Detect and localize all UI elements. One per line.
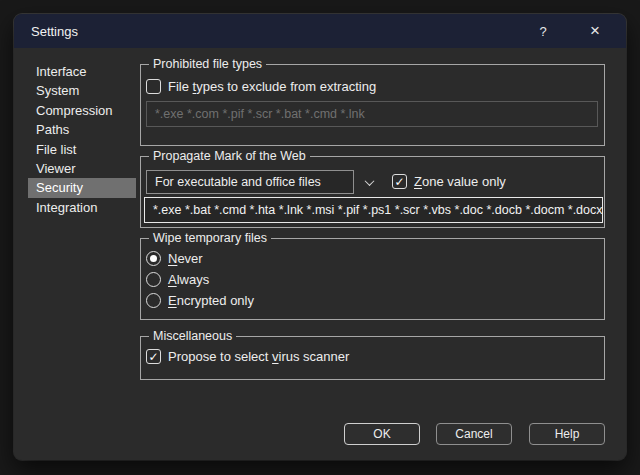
settings-dialog: Settings ? × Interface System Compressio… (14, 14, 626, 460)
sidebar-item-interface[interactable]: Interface (28, 62, 136, 81)
checkbox-box[interactable]: ✓ (146, 79, 161, 94)
radio-label[interactable]: Encrypted only (168, 293, 254, 308)
radio-label[interactable]: Never (168, 251, 203, 266)
titlebar[interactable]: Settings ? × (14, 14, 626, 48)
sidebar-item-paths[interactable]: Paths (28, 120, 136, 139)
sidebar-item-integration[interactable]: Integration (28, 198, 136, 217)
group-title: Wipe temporary files (149, 231, 271, 246)
radio-circle[interactable] (146, 251, 161, 266)
group-title: Prohibited file types (149, 57, 266, 72)
motw-extensions-input[interactable]: *.exe *.bat *.cmd *.hta *.lnk *.msi *.pi… (144, 197, 603, 223)
wipe-option-always[interactable]: Always (146, 272, 209, 287)
chevron-down-icon (364, 176, 374, 186)
wipe-temporary-files-group: Wipe temporary files Never Always Encryp… (140, 238, 605, 320)
sidebar-item-compression[interactable]: Compression (28, 101, 136, 120)
ok-button[interactable]: OK (344, 423, 420, 445)
question-mark-icon: ? (539, 24, 546, 39)
wipe-option-encrypted-only[interactable]: Encrypted only (146, 293, 254, 308)
check-icon: ✓ (148, 351, 158, 363)
checkbox-label[interactable]: File types to exclude from extracting (168, 79, 376, 94)
sidebar-item-security[interactable]: Security (28, 178, 136, 197)
radio-label[interactable]: Always (168, 272, 209, 287)
propagate-motw-group: Propagate Mark of the Web For executable… (140, 156, 605, 228)
radio-circle[interactable] (146, 293, 161, 308)
sidebar-item-viewer[interactable]: Viewer (28, 159, 136, 178)
combo-arrow-area[interactable] (354, 170, 384, 194)
checkbox-box[interactable]: ✓ (146, 349, 161, 364)
titlebar-close-button[interactable]: × (574, 14, 616, 48)
settings-category-list: Interface System Compression Paths File … (28, 62, 136, 217)
sidebar-item-system[interactable]: System (28, 81, 136, 100)
motw-mode-select[interactable]: For executable and office files (146, 170, 384, 194)
check-icon: ✓ (394, 176, 404, 188)
radio-dot (150, 255, 157, 262)
close-icon: × (590, 21, 600, 41)
excluded-extensions-input: *.exe *.com *.pif *.scr *.bat *.cmd *.ln… (146, 101, 598, 127)
radio-dot (150, 297, 157, 304)
miscellaneous-group: Miscellaneous ✓ Propose to select virus … (140, 336, 605, 380)
radio-circle[interactable] (146, 272, 161, 287)
motw-mode-value[interactable]: For executable and office files (146, 170, 354, 194)
sidebar-item-file-list[interactable]: File list (28, 140, 136, 159)
cancel-button[interactable]: Cancel (436, 423, 512, 445)
desktop: { "window": { "title": "Settings" }, "ti… (0, 0, 640, 475)
wipe-option-never[interactable]: Never (146, 251, 203, 266)
group-title: Miscellaneous (149, 329, 236, 344)
checkbox-label[interactable]: Propose to select virus scanner (168, 349, 349, 364)
checkbox-label[interactable]: Zone value only (414, 174, 506, 189)
exclude-file-types-checkbox[interactable]: ✓ File types to exclude from extracting (146, 79, 376, 94)
help-button[interactable]: Help (529, 423, 605, 445)
window-title: Settings (31, 24, 78, 39)
titlebar-help-button[interactable]: ? (522, 14, 564, 48)
virus-scanner-checkbox[interactable]: ✓ Propose to select virus scanner (146, 349, 349, 364)
group-title: Propagate Mark of the Web (149, 149, 310, 164)
zone-value-only-checkbox[interactable]: ✓ Zone value only (392, 174, 506, 189)
prohibited-file-types-group: Prohibited file types ✓ File types to ex… (140, 64, 605, 146)
radio-dot (150, 276, 157, 283)
checkbox-box[interactable]: ✓ (392, 174, 407, 189)
